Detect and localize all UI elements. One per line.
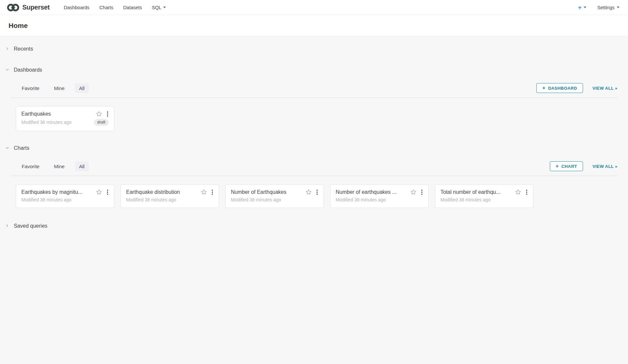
- settings-dropdown[interactable]: Settings: [597, 5, 619, 10]
- page-title: Home: [9, 22, 28, 30]
- chart-card[interactable]: Number of earthquakes ... Modified 38 mi…: [330, 184, 429, 208]
- top-navbar: Superset Dashboards Charts Datasets SQL …: [0, 0, 628, 15]
- favorite-star-icon[interactable]: [201, 189, 207, 195]
- card-modified: Modified 38 minutes ago: [21, 120, 72, 125]
- saved-queries-collapse-header[interactable]: Saved queries: [0, 222, 628, 230]
- favorite-star-icon[interactable]: [305, 189, 312, 195]
- add-dashboard-button[interactable]: + DASHBOARD: [536, 83, 583, 93]
- superset-infinity-icon: [7, 3, 20, 12]
- charts-label: Charts: [14, 145, 29, 151]
- plus-icon: +: [542, 85, 546, 91]
- favorite-star-icon[interactable]: [410, 189, 416, 195]
- caret-down-icon: [584, 7, 586, 8]
- chevron-right-icon: [5, 46, 9, 52]
- card-modified: Modified 38 minutes ago: [336, 197, 386, 202]
- card-title[interactable]: Number of earthquakes ...: [336, 189, 408, 195]
- tab-mine[interactable]: Mine: [50, 162, 69, 171]
- card-modified: Modified 38 minutes ago: [231, 197, 281, 202]
- add-chart-button[interactable]: + CHART: [550, 161, 583, 171]
- charts-tabs: Favorite Mine All: [17, 162, 89, 171]
- favorite-star-icon[interactable]: [96, 111, 102, 117]
- dashboards-view-all-link[interactable]: VIEW ALL »: [593, 86, 617, 91]
- dashboards-actions: + DASHBOARD VIEW ALL »: [536, 83, 617, 93]
- kebab-menu-icon[interactable]: [526, 189, 528, 195]
- tab-mine[interactable]: Mine: [50, 83, 69, 93]
- new-item-dropdown[interactable]: +: [578, 4, 586, 11]
- saved-queries-label: Saved queries: [14, 223, 47, 229]
- dashboards-tabs: Favorite Mine All: [17, 83, 89, 93]
- card-modified: Modified 38 minutes ago: [440, 197, 491, 202]
- dashboards-toolbar: Favorite Mine All + DASHBOARD VIEW ALL »: [11, 83, 617, 98]
- dashboards-card-row: Earthquakes Modified 38 minutes ago draf…: [16, 106, 617, 131]
- tab-all[interactable]: All: [75, 162, 89, 171]
- card-modified: Modified 38 minutes ago: [126, 197, 176, 202]
- kebab-menu-icon[interactable]: [316, 189, 319, 195]
- caret-down-icon: [617, 7, 619, 8]
- chevron-down-icon: [5, 145, 9, 151]
- tab-all[interactable]: All: [75, 83, 89, 93]
- charts-toolbar: Favorite Mine All + CHART VIEW ALL »: [11, 161, 617, 176]
- charts-collapse-header[interactable]: Charts: [0, 144, 628, 152]
- card-title[interactable]: Earthquake distribution: [126, 189, 198, 195]
- nav-right: + Settings: [578, 4, 619, 11]
- favorite-star-icon[interactable]: [515, 189, 521, 195]
- nav-menu: Dashboards Charts Datasets SQL: [59, 0, 171, 15]
- page-header: Home: [0, 15, 628, 36]
- kebab-menu-icon[interactable]: [106, 111, 109, 117]
- card-title[interactable]: Total number of earthqu...: [440, 189, 512, 195]
- caret-down-icon: [163, 7, 166, 8]
- recents-label: Recents: [14, 46, 33, 52]
- draft-status-badge: draft: [94, 119, 109, 126]
- chart-card[interactable]: Total number of earthqu... Modified 38 m…: [435, 184, 533, 208]
- charts-card-row: Earthquakes by magnitu... Modified 38 mi…: [16, 184, 617, 208]
- card-title[interactable]: Earthquakes: [21, 111, 93, 117]
- chart-card[interactable]: Earthquake distribution Modified 38 minu…: [121, 184, 219, 208]
- favorite-star-icon[interactable]: [96, 189, 102, 195]
- tab-favorite[interactable]: Favorite: [17, 83, 44, 93]
- superset-logo[interactable]: Superset: [7, 3, 50, 12]
- chart-card[interactable]: Number of Earthquakes Modified 38 minute…: [225, 184, 324, 208]
- brand-name: Superset: [22, 4, 50, 11]
- dashboard-card[interactable]: Earthquakes Modified 38 minutes ago draf…: [16, 106, 114, 131]
- dashboards-label: Dashboards: [14, 67, 42, 73]
- card-title[interactable]: Earthquakes by magnitu...: [21, 189, 93, 195]
- plus-icon: +: [556, 164, 559, 169]
- nav-item-datasets[interactable]: Datasets: [118, 0, 147, 15]
- chart-card[interactable]: Earthquakes by magnitu... Modified 38 mi…: [16, 184, 114, 208]
- charts-actions: + CHART VIEW ALL »: [550, 161, 617, 171]
- charts-view-all-link[interactable]: VIEW ALL »: [593, 164, 617, 169]
- tab-favorite[interactable]: Favorite: [17, 162, 44, 171]
- dashboards-collapse-header[interactable]: Dashboards: [0, 66, 628, 74]
- kebab-menu-icon[interactable]: [106, 189, 109, 195]
- nav-item-charts[interactable]: Charts: [94, 0, 118, 15]
- chevron-right-icon: [5, 223, 9, 229]
- plus-icon: +: [578, 4, 581, 11]
- card-title[interactable]: Number of Earthquakes: [231, 189, 303, 195]
- kebab-menu-icon[interactable]: [421, 189, 423, 195]
- recents-collapse-header[interactable]: Recents: [0, 45, 628, 53]
- kebab-menu-icon[interactable]: [211, 189, 214, 195]
- card-modified: Modified 38 minutes ago: [21, 197, 72, 202]
- nav-item-dashboards[interactable]: Dashboards: [59, 0, 94, 15]
- nav-item-sql[interactable]: SQL: [147, 0, 171, 15]
- chevron-down-icon: [5, 67, 9, 73]
- home-content: Recents Dashboards Favorite Mine All + D…: [0, 36, 628, 230]
